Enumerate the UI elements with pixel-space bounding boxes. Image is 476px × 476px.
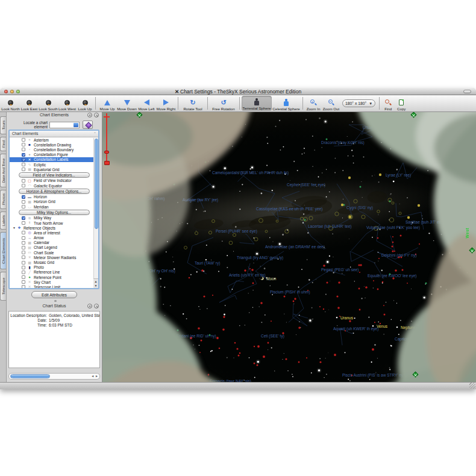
visibility-checkbox[interactable] (22, 231, 25, 234)
disclosure-triangle-icon[interactable]: ▼ (13, 226, 16, 230)
tree-item-reference-line[interactable]: ╱Reference Line (10, 270, 98, 275)
tree-item-true-north-arrow[interactable]: ↟True North Arrow (10, 221, 98, 225)
toolbar-toggle-lozenge[interactable] (463, 90, 471, 93)
tree-item-asterism[interactable]: ✶Asterism (10, 137, 98, 142)
visibility-checkbox[interactable] (22, 179, 25, 183)
zoom-out-button[interactable]: −Zoom Out (322, 95, 340, 111)
resize-grip[interactable] (469, 383, 475, 389)
zoom-in-button[interactable]: +Zoom In (305, 95, 322, 111)
sidebar-tab-photos[interactable]: Photos (0, 190, 6, 209)
sidebar-tab-chart-elements[interactable]: Chart Elements (0, 232, 6, 269)
tree-item-mosaic-grid[interactable]: ▦Mosaic Grid (10, 260, 98, 265)
sidebar-tab-telescope[interactable]: Telescope (0, 272, 6, 301)
visibility-checkbox[interactable] (22, 184, 25, 187)
visibility-checkbox[interactable] (22, 158, 25, 161)
tree-item-chart-legend[interactable]: ▤Chart Legend (10, 245, 98, 250)
move-down-button[interactable]: Move Down (117, 95, 137, 111)
sidebar-tab-tours[interactable]: Tours (0, 116, 6, 134)
tree-item-arrow[interactable]: →Arrow (10, 236, 98, 240)
tree-item-meridian[interactable]: ◡Meridian (10, 204, 98, 209)
tree-scroll-thumb[interactable] (95, 139, 98, 229)
sky-chart-view[interactable]: Ursae Minoris (UHR' see mih NOH' ris)Dra… (102, 112, 476, 382)
visibility-checkbox[interactable] (22, 285, 25, 289)
sidebar-tab-labels[interactable]: Labels (0, 211, 6, 230)
title-bar[interactable]: ✕Chart Settings - TheSkyX Serious Astron… (0, 88, 476, 95)
tree-vertical-scrollbar[interactable] (93, 138, 98, 288)
look-south-button[interactable]: Look South (39, 95, 58, 111)
tree-header[interactable]: Chart Elements ⌃ (10, 131, 98, 137)
sidebar-tab-find[interactable]: Find (0, 137, 6, 151)
visibility-checkbox[interactable] (22, 216, 25, 220)
edit-attributes-button[interactable]: Edit Attributes (31, 291, 77, 298)
tree-item-milky-way[interactable]: ≋Milky Way (10, 216, 98, 221)
find-button[interactable]: Find (381, 95, 395, 111)
visibility-checkbox[interactable] (22, 271, 25, 274)
panel-detach-button[interactable] (87, 113, 92, 117)
visibility-checkbox[interactable] (22, 251, 25, 254)
look-east-button[interactable]: Look East (20, 95, 39, 111)
tree-item-field-of-view-indicator[interactable]: ▢Field of View Indicator (10, 178, 98, 183)
tree-item-sky-chart[interactable]: ✕Sky Chart (10, 280, 98, 284)
copy-button[interactable]: Copy (395, 95, 408, 111)
visibility-checkbox[interactable] (22, 275, 25, 279)
tree-item-telescope-limit[interactable]: ✕Telescope Limit (10, 284, 98, 289)
sidebar-horizontal-scrollbar[interactable]: ◂ ▸ (8, 373, 100, 380)
visibility-checkbox[interactable] (22, 280, 25, 284)
visibility-checkbox[interactable] (22, 195, 25, 199)
visibility-checkbox[interactable] (22, 143, 25, 146)
look-west-button[interactable]: Look West (58, 95, 77, 111)
visibility-checkbox[interactable] (22, 241, 25, 245)
move-left-button[interactable]: Move Left (137, 95, 156, 111)
look-north-button[interactable]: Look North (1, 95, 20, 111)
celestial-sphere-button[interactable]: Celestial Sphere (272, 95, 301, 111)
terrestial-sphere-button[interactable]: Terrestial Sphere (242, 96, 272, 111)
field-of-view-indicators-button[interactable]: Field of View Indicators... (19, 172, 90, 178)
tree-item-chart-scale[interactable]: ▭Chart Scale (10, 250, 98, 255)
visibility-checkbox[interactable] (22, 168, 25, 171)
tree-scroll-arrows[interactable]: ▲▼ (93, 278, 98, 288)
tree-item-area-of-interest[interactable]: ◎Area of Interest (10, 230, 98, 235)
sidebar-scroll-arrows[interactable]: ◂ ▸ (92, 374, 98, 378)
tree-item-constellation-boundary[interactable]: ▫Constellation Boundary (10, 147, 98, 152)
horizon-atmosphere-options-button[interactable]: Horizon & Atmosphere Options... (19, 189, 90, 194)
tree-item-constellation-labels[interactable]: ✕Constellation Labels (10, 157, 98, 162)
tree-item-horizon[interactable]: ▬Horizon (10, 195, 98, 199)
status-close-button[interactable] (94, 304, 99, 308)
visibility-checkbox[interactable] (22, 163, 25, 166)
tree-item-meteor-shower-radiants[interactable]: ✳Meteor Shower Radiants (10, 255, 98, 260)
tree-item-equatorial-grid[interactable]: ▦Equatorial Grid (10, 167, 98, 172)
tree-item-constellation-drawing[interactable]: ■Constellation Drawing (10, 142, 98, 147)
free-rotation-button[interactable]: ↺Free Rotation (210, 95, 237, 111)
fov-slider-track[interactable] (106, 116, 107, 164)
visibility-checkbox[interactable] (22, 205, 25, 208)
tree-item-photo[interactable]: ▮Photo (10, 265, 98, 270)
sidebar-scroll-thumb[interactable] (10, 374, 50, 378)
fov-selector-dropdown[interactable]: 180° x 180°▼ (342, 99, 375, 107)
tree-item-reference-objects[interactable]: ▼❖Reference Objects (10, 225, 98, 230)
visibility-checkbox[interactable] (22, 153, 25, 157)
tree-item-horizon-grid[interactable]: ▦Horizon Grid (10, 199, 98, 204)
milky-way-options-button[interactable]: Milky Way Options... (19, 210, 90, 215)
tree-item-galactic-equator[interactable]: ◠Galactic Equator (10, 183, 98, 188)
visibility-checkbox[interactable] (22, 148, 25, 151)
locate-input[interactable] (49, 122, 80, 128)
sidebar-tab-date-and-time[interactable]: Date And Time (0, 154, 6, 187)
tree-item-constellation-figure[interactable]: ✦Constellation Figure (10, 152, 98, 157)
visibility-checkbox[interactable] (22, 221, 25, 225)
fov-slider-bottom-handle[interactable] (104, 161, 110, 165)
locate-go-icon[interactable] (74, 123, 78, 127)
status-detach-button[interactable] (87, 304, 92, 308)
panel-splitter-handle[interactable] (54, 300, 57, 302)
move-right-button[interactable]: Move Right (156, 95, 176, 111)
move-up-button[interactable]: Move Up (98, 95, 117, 111)
tree-item-ecliptic[interactable]: ∿Ecliptic (10, 162, 98, 167)
visibility-checkbox[interactable] (22, 246, 25, 249)
fov-slider-mid-handle[interactable] (104, 151, 109, 154)
visibility-checkbox[interactable] (22, 266, 25, 269)
rotate-tool-button[interactable]: ↻Rotate Tool (180, 95, 205, 111)
locate-options-button[interactable] (83, 121, 93, 129)
visibility-checkbox[interactable] (22, 255, 25, 259)
tree-item-reference-point[interactable]: ●Reference Point (10, 275, 98, 280)
visibility-checkbox[interactable] (22, 138, 25, 142)
look-up-button[interactable]: Look Up (77, 95, 93, 111)
